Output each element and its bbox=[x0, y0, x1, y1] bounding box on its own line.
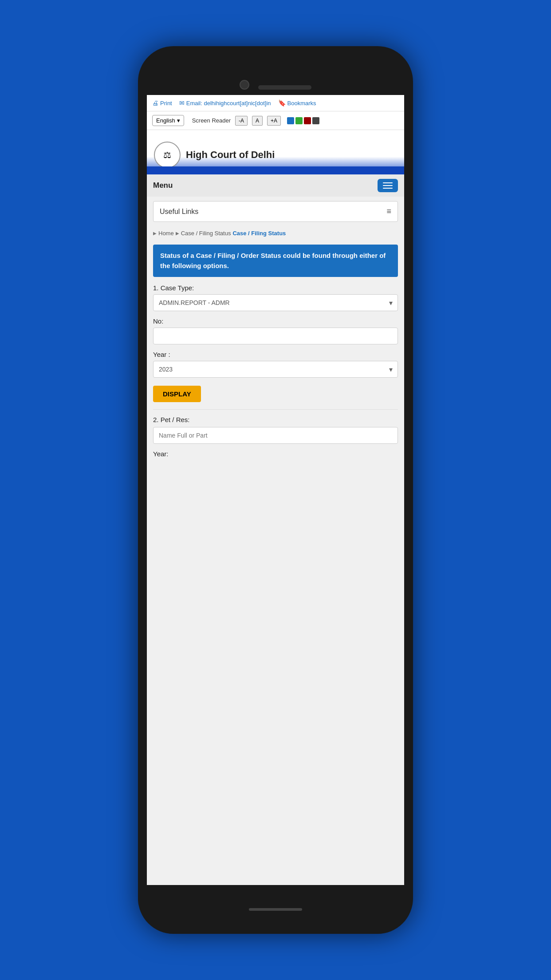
swatch-red[interactable] bbox=[304, 117, 311, 124]
font-normal-button[interactable]: A bbox=[252, 116, 263, 126]
email-button[interactable]: ✉ Email: delhihighcourt[at]nic[dot]in bbox=[179, 99, 271, 107]
useful-links-label: Useful Links bbox=[160, 208, 198, 216]
phone-screen: 🖨 Print ✉ Email: delhihighcourt[at]nic[d… bbox=[147, 95, 404, 885]
print-icon: 🖨 bbox=[152, 99, 158, 107]
main-content: Status of a Case / Filing / Order Status… bbox=[147, 240, 404, 885]
font-decrease-button[interactable]: -A bbox=[235, 116, 248, 126]
year-group: Year : 2023 ▾ bbox=[153, 351, 398, 378]
home-indicator bbox=[249, 908, 302, 911]
bookmarks-label: Bookmarks bbox=[287, 100, 316, 107]
hamburger-button[interactable] bbox=[378, 179, 398, 192]
email-label: Email: delhihighcourt[at]nic[dot]in bbox=[186, 100, 271, 107]
language-label: English bbox=[156, 117, 175, 124]
breadcrumb-arrow-1: ▶ bbox=[153, 231, 157, 236]
swatch-blue[interactable] bbox=[287, 117, 294, 124]
hamburger-line-2 bbox=[383, 185, 393, 186]
no-input[interactable] bbox=[153, 328, 398, 344]
phone-bottom bbox=[138, 885, 413, 934]
hamburger-line-1 bbox=[383, 182, 393, 183]
color-swatches bbox=[287, 117, 319, 124]
case-type-label: 1. Case Type: bbox=[153, 284, 398, 292]
breadcrumb-current: Case / Filing Status bbox=[232, 230, 286, 237]
breadcrumb-home[interactable]: Home bbox=[158, 230, 174, 237]
screen-reader-label: Screen Reader bbox=[192, 117, 231, 124]
print-label: Print bbox=[160, 100, 172, 107]
section2: 2. Pet / Res: Year: bbox=[153, 409, 398, 458]
name-group bbox=[153, 427, 398, 444]
site-header: ⚖ High Court of Delhi bbox=[147, 130, 404, 174]
case-type-group: 1. Case Type: ADMIN.REPORT - ADMR ▾ bbox=[153, 284, 398, 311]
year2-label: Year: bbox=[153, 450, 398, 458]
phone-camera bbox=[240, 80, 249, 90]
emblem-symbol: ⚖ bbox=[163, 150, 171, 160]
browser-toolbar: 🖨 Print ✉ Email: delhihighcourt[at]nic[d… bbox=[147, 95, 404, 111]
email-icon: ✉ bbox=[179, 99, 185, 107]
breadcrumb-parent[interactable]: Case / Filing Status bbox=[181, 230, 231, 237]
swatch-green[interactable] bbox=[295, 117, 303, 124]
menu-label: Menu bbox=[153, 181, 173, 190]
breadcrumb-arrow-2: ▶ bbox=[176, 231, 179, 236]
case-type-select[interactable]: ADMIN.REPORT - ADMR bbox=[153, 294, 398, 311]
phone-frame: 🖨 Print ✉ Email: delhihighcourt[at]nic[d… bbox=[138, 46, 413, 934]
menu-lines-icon: ≡ bbox=[386, 207, 391, 216]
bookmarks-button[interactable]: 🔖 Bookmarks bbox=[278, 99, 316, 107]
swatch-dark[interactable] bbox=[312, 117, 319, 124]
case-type-select-wrapper: ADMIN.REPORT - ADMR ▾ bbox=[153, 294, 398, 311]
language-select[interactable]: English ▾ bbox=[152, 115, 184, 126]
emblem: ⚖ bbox=[154, 142, 181, 168]
no-group: No: bbox=[153, 317, 398, 344]
useful-links-bar[interactable]: Useful Links ≡ bbox=[153, 201, 398, 222]
phone-top-bar bbox=[138, 46, 413, 95]
display-button[interactable]: DISPLAY bbox=[153, 386, 201, 402]
section2-label: 2. Pet / Res: bbox=[153, 416, 398, 423]
year-select[interactable]: 2023 bbox=[153, 361, 398, 378]
site-title: High Court of Delhi bbox=[186, 149, 275, 161]
phone-speaker bbox=[258, 85, 311, 90]
year-select-wrapper: 2023 ▾ bbox=[153, 361, 398, 378]
info-box-text: Status of a Case / Filing / Order Status… bbox=[160, 252, 386, 269]
name-input[interactable] bbox=[153, 427, 398, 444]
info-box: Status of a Case / Filing / Order Status… bbox=[153, 245, 398, 277]
no-label: No: bbox=[153, 317, 398, 325]
nav-bar: Menu bbox=[147, 174, 404, 197]
bookmark-icon: 🔖 bbox=[278, 99, 286, 107]
hamburger-line-3 bbox=[383, 188, 393, 189]
print-button[interactable]: 🖨 Print bbox=[152, 99, 172, 107]
font-increase-button[interactable]: +A bbox=[267, 116, 281, 126]
controls-bar: English ▾ Screen Reader -A A +A bbox=[147, 111, 404, 130]
year-label: Year : bbox=[153, 351, 398, 358]
breadcrumb: ▶ Home ▶ Case / Filing Status Case / Fil… bbox=[147, 226, 404, 240]
chevron-down-icon: ▾ bbox=[177, 117, 180, 124]
